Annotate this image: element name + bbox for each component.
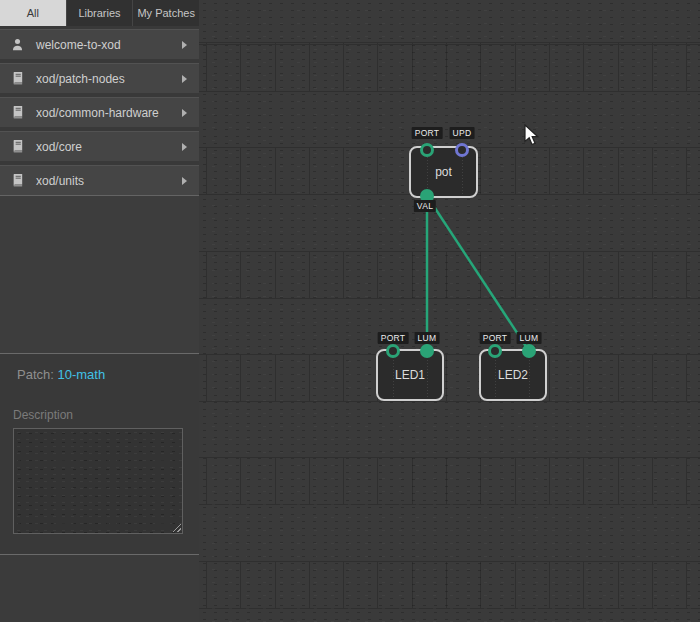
node-led1[interactable]: LED1 — [376, 349, 444, 401]
sidebar-item-label: xod/patch-nodes — [36, 72, 182, 86]
book-icon — [10, 173, 25, 188]
chevron-right-icon[interactable] — [182, 177, 187, 185]
sidebar-item-xod-units[interactable]: xod/units — [0, 165, 199, 195]
patch-label: Patch: — [17, 367, 54, 382]
node-label: LED1 — [395, 368, 425, 382]
tab-my-patches[interactable]: My Patches — [132, 0, 199, 26]
pin-label-led2-lum: LUM — [517, 332, 542, 344]
patch-inspector: Patch: 10-math Description — [0, 353, 199, 554]
sidebar-footer — [0, 554, 199, 622]
patch-name-link[interactable]: 10-math — [57, 367, 105, 382]
pin-label-led1-lum: LUM — [415, 332, 440, 344]
pin-guide — [393, 351, 394, 399]
sidebar-item-label: welcome-to-xod — [36, 38, 182, 52]
sidebar-item-xod-patch-nodes[interactable]: xod/patch-nodes — [0, 63, 199, 93]
pin-led2-lum[interactable] — [522, 344, 536, 358]
sidebar-item-welcome-to-xod[interactable]: welcome-to-xod — [0, 29, 199, 59]
book-icon — [10, 105, 25, 120]
sidebar-item-label: xod/core — [36, 140, 182, 154]
node-label: LED2 — [498, 368, 528, 382]
pin-pot-port[interactable] — [420, 143, 434, 157]
tab-all[interactable]: All — [0, 0, 66, 26]
book-icon — [10, 139, 25, 154]
pin-led1-lum[interactable] — [420, 344, 434, 358]
pin-label-pot-val: VAL — [414, 200, 436, 212]
chevron-right-icon[interactable] — [182, 109, 187, 117]
sidebar-item-xod-common-hardware[interactable]: xod/common-hardware — [0, 97, 199, 127]
pin-led1-port[interactable] — [386, 344, 400, 358]
links-layer — [199, 0, 700, 622]
pin-guide — [495, 351, 496, 399]
patch-line: Patch: 10-math — [17, 367, 199, 382]
pin-guide — [529, 351, 530, 399]
link-pot-val-led2-lum[interactable] — [427, 196, 529, 351]
sidebar-item-xod-core[interactable]: xod/core — [0, 131, 199, 161]
description-box — [13, 428, 183, 534]
sidebar-spacer — [0, 195, 199, 353]
chevron-right-icon[interactable] — [182, 75, 187, 83]
tab-libraries[interactable]: Libraries — [66, 0, 133, 26]
pin-guide — [427, 351, 428, 399]
sidebar-item-label: xod/units — [36, 174, 182, 188]
chevron-right-icon[interactable] — [182, 41, 187, 49]
pin-led2-port[interactable] — [488, 344, 502, 358]
node-label: pot — [435, 165, 452, 179]
project-browser-tabs: All Libraries My Patches — [0, 0, 199, 26]
user-icon — [10, 37, 25, 52]
sidebar-item-label: xod/common-hardware — [36, 106, 182, 120]
pin-label-pot-port: PORT — [412, 127, 443, 139]
sidebar: All Libraries My Patches welcome-to-xod … — [0, 0, 199, 622]
chevron-right-icon[interactable] — [182, 143, 187, 151]
pin-label-led2-port: PORT — [480, 332, 511, 344]
node-led2[interactable]: LED2 — [479, 349, 547, 401]
pin-label-led1-port: PORT — [378, 332, 409, 344]
description-label: Description — [13, 408, 199, 422]
xod-ide-window: All Libraries My Patches welcome-to-xod … — [0, 0, 700, 622]
library-list: welcome-to-xod xod/patch-nodes xod/commo… — [0, 26, 199, 195]
pin-pot-upd[interactable] — [455, 143, 469, 157]
pin-label-pot-upd: UPD — [450, 127, 475, 139]
description-textarea[interactable] — [13, 428, 183, 534]
book-icon — [10, 71, 25, 86]
patch-canvas[interactable]: pot PORT UPD VAL LED1 PORT LUM LED2 PORT… — [199, 0, 700, 622]
